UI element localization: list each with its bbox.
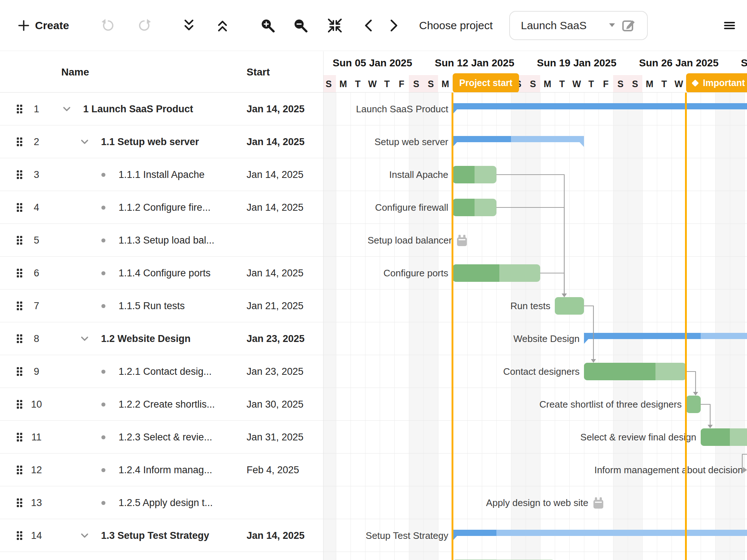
task-start-date: Jan 14, 2025 xyxy=(247,519,305,552)
day-letter-cell: T xyxy=(657,75,671,93)
table-row[interactable]: 51.1.3 Setup load bal... xyxy=(0,224,323,257)
table-row[interactable]: 101.2.2 Create shortlis...Jan 30, 2025 xyxy=(0,388,323,421)
undo-button[interactable] xyxy=(99,0,115,51)
table-row[interactable]: 11 Launch SaaS ProductJan 14, 2025 xyxy=(0,93,323,125)
table-row[interactable]: 121.2.4 Inform manag...Feb 4, 2025 xyxy=(0,454,323,486)
expand-all-button[interactable] xyxy=(214,0,231,51)
fit-screen-button[interactable] xyxy=(325,0,345,51)
zoom-out-icon xyxy=(293,18,309,34)
drag-handle-icon[interactable] xyxy=(17,236,22,245)
day-gridline xyxy=(351,93,351,560)
calendar-icon[interactable] xyxy=(457,235,467,246)
zoom-in-button[interactable] xyxy=(258,0,277,51)
drag-handle-icon[interactable] xyxy=(17,367,22,376)
row-number: 3 xyxy=(27,158,46,191)
drag-handle-icon[interactable] xyxy=(17,137,22,146)
week-label: Sun 12 Jan 2025 xyxy=(420,54,529,73)
task-name: 1.2 Website Design xyxy=(101,322,191,355)
day-gridline xyxy=(365,93,365,560)
table-row[interactable]: 131.2.5 Apply design t... xyxy=(0,486,323,519)
collapse-all-button[interactable] xyxy=(180,0,198,51)
table-row[interactable]: 81.2 Website DesignJan 23, 2025 xyxy=(0,322,323,355)
project-select[interactable]: Launch SaaS xyxy=(509,11,648,40)
table-row[interactable]: 91.2.1 Contact desig...Jan 23, 2025 xyxy=(0,355,323,388)
day-letter-cell: T xyxy=(555,75,569,93)
drag-handle-icon[interactable] xyxy=(17,269,22,277)
zoom-in-icon xyxy=(260,18,276,34)
create-button[interactable]: Create xyxy=(18,0,69,51)
row-number: 13 xyxy=(27,486,46,519)
drag-handle-icon[interactable] xyxy=(17,400,22,409)
drag-handle-icon[interactable] xyxy=(17,334,22,343)
menu-button[interactable] xyxy=(718,0,741,51)
task-bar[interactable] xyxy=(453,264,540,282)
drag-handle-icon[interactable] xyxy=(17,531,22,540)
summary-bar[interactable] xyxy=(453,530,747,536)
zoom-out-button[interactable] xyxy=(291,0,310,51)
task-bar[interactable] xyxy=(453,166,496,183)
week-label: Sun 05 Jan 2025 xyxy=(324,54,427,73)
drag-handle-icon[interactable] xyxy=(17,105,22,113)
day-letter-cell: S xyxy=(423,75,438,93)
task-progress xyxy=(701,428,730,446)
day-letter-cell: M xyxy=(540,75,555,93)
summary-bar[interactable] xyxy=(584,333,747,339)
weekend-column xyxy=(730,93,744,560)
dropdown-caret-icon xyxy=(608,22,616,29)
day-letter-cell: S xyxy=(613,75,628,93)
task-bar[interactable] xyxy=(701,428,747,446)
row-number: 5 xyxy=(27,224,46,257)
day-letter-cell: T xyxy=(380,75,394,93)
table-row[interactable]: 21.1 Setup web serverJan 14, 2025 xyxy=(0,125,323,158)
calendar-icon[interactable] xyxy=(593,497,603,509)
drag-handle-icon[interactable] xyxy=(17,170,22,179)
bar-label: Setup Test Strategy xyxy=(366,519,448,552)
chevron-down-icon[interactable] xyxy=(79,136,90,147)
leaf-bullet-icon xyxy=(101,173,105,177)
drag-handle-icon[interactable] xyxy=(17,433,22,442)
chevron-down-icon[interactable] xyxy=(79,530,90,541)
drag-handle-icon[interactable] xyxy=(17,302,22,310)
drag-handle-icon[interactable] xyxy=(17,498,22,507)
day-gridline xyxy=(628,93,628,560)
week-label: Sun 19 Jan 2025 xyxy=(522,54,631,73)
plus-icon xyxy=(18,19,30,32)
edit-icon[interactable] xyxy=(622,18,636,34)
summary-bar[interactable] xyxy=(453,136,584,142)
drag-handle-icon[interactable] xyxy=(17,466,22,474)
day-letter-cell: M xyxy=(642,75,657,93)
task-start-date: Jan 23, 2025 xyxy=(247,355,303,388)
redo-button[interactable] xyxy=(137,0,153,51)
bar-label: Website Design xyxy=(513,322,580,355)
day-gridline xyxy=(482,93,482,560)
bar-label: Apply design to web site xyxy=(486,486,588,519)
day-gridline xyxy=(744,93,745,560)
table-row[interactable]: 31.1.1 Install ApacheJan 14, 2025 xyxy=(0,158,323,191)
table-row[interactable]: 41.1.2 Configure fire...Jan 14, 2025 xyxy=(0,191,323,224)
table-row[interactable]: 61.1.4 Configure portsJan 14, 2025 xyxy=(0,257,323,289)
chevron-left-icon xyxy=(363,18,374,33)
task-name: 1.1.2 Configure fire... xyxy=(119,191,210,224)
task-bar[interactable] xyxy=(453,199,496,216)
prev-button[interactable] xyxy=(360,0,376,51)
bar-label: Install Apache xyxy=(389,158,448,191)
table-row[interactable]: 141.3 Setup Test StrategyJan 14, 2025 xyxy=(0,519,323,552)
summary-bar[interactable] xyxy=(453,103,747,109)
drag-handle-icon[interactable] xyxy=(17,203,22,212)
next-button[interactable] xyxy=(386,0,402,51)
task-bar[interactable] xyxy=(686,396,701,413)
day-letter-cell: W xyxy=(569,75,584,93)
task-bar[interactable] xyxy=(584,363,686,380)
chevron-down-icon[interactable] xyxy=(79,333,90,344)
leaf-bullet-icon xyxy=(101,370,105,374)
marker-line xyxy=(685,93,687,560)
day-gridline xyxy=(657,93,657,560)
row-number: 8 xyxy=(27,322,46,355)
expand-all-icon xyxy=(215,18,230,34)
chevron-down-icon[interactable] xyxy=(61,104,72,114)
grid-rows: 11 Launch SaaS ProductJan 14, 202521.1 S… xyxy=(0,93,323,560)
table-row[interactable]: 111.2.3 Select & revie...Jan 31, 2025 xyxy=(0,421,323,454)
table-row[interactable]: 71.1.5 Run testsJan 21, 2025 xyxy=(0,289,323,322)
chart-body[interactable]: Launch SaaS ProductSetup web serverInsta… xyxy=(324,93,747,560)
task-bar[interactable] xyxy=(555,297,584,315)
